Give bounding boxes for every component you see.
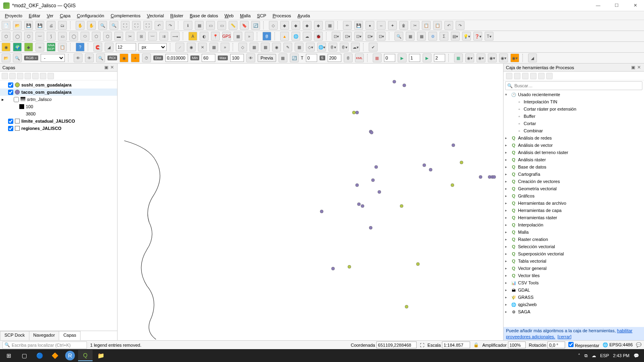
zoom-full-icon[interactable]: ⛶ [121,21,130,30]
map-canvas[interactable] [118,64,503,340]
rot-input[interactable] [547,341,565,348]
map-point-tacos[interactable] [320,210,323,213]
label-icon[interactable]: A [188,32,197,41]
grid-icon[interactable]: ▦ [233,32,242,41]
layer-row[interactable]: sushi_osm_guadalajara [0,81,117,88]
snap-icon[interactable]: ⊡▾ [332,32,341,41]
menu-capa[interactable]: Capa [58,12,73,19]
proc-group[interactable]: ▸QHerramientas de archivo [504,200,644,207]
diagram-icon[interactable]: ◐ [200,32,208,41]
lock-scale-icon[interactable]: 🔒 [473,342,479,348]
proc-edit-icon[interactable] [538,73,545,79]
mag-input[interactable] [508,341,526,348]
vec1-icon[interactable]: ◇ [238,43,247,51]
area-icon[interactable]: ◉ [187,43,196,51]
tab-capas[interactable]: Capas [59,331,80,340]
zoom-in-icon[interactable]: 🔍 [98,21,107,30]
save-edits-icon[interactable]: 💾 [354,21,363,30]
roi-btn-icon[interactable]: ◉ [120,53,128,62]
map-point-tacos[interactable] [393,80,396,83]
map-point-tacos[interactable] [361,204,364,208]
layer-style-icon[interactable] [2,73,8,79]
scale-input[interactable] [442,341,470,348]
proc-history-icon[interactable] [522,73,528,79]
proc-group[interactable]: ▸QMalla [504,228,644,236]
b3-icon[interactable]: ◉▾ [477,53,485,62]
avoid-icon[interactable]: ⊡▾ [365,32,374,41]
text-icon[interactable]: T▾ [485,32,493,41]
map-point-tacos[interactable] [355,183,359,187]
step2-icon[interactable]: ▶ [423,53,431,62]
delete-icon[interactable]: 🗑 [399,21,408,30]
doc-icon[interactable]: 📋 [58,43,67,51]
menu-editar[interactable]: Editar [26,12,43,19]
undo-icon[interactable]: ↶ [444,21,453,30]
zoom-out-icon[interactable]: 🔍 [109,21,118,30]
close-hint-link[interactable]: [cerrar] [557,334,572,339]
qgis-taskbar-icon[interactable]: Q [78,350,93,361]
proc-model-icon[interactable] [506,73,512,79]
proc-group[interactable]: ▸QGráficos [504,192,644,200]
sigma-icon[interactable]: Σ [440,32,448,41]
proc-group[interactable]: ▸QHerramientas de capa [504,207,644,214]
add-feature-icon[interactable]: ● [365,21,374,30]
menu-ayuda[interactable]: Ayuda [295,12,312,19]
map-point-sushi[interactable] [451,183,454,187]
vec8-icon[interactable]: 🌐▾ [317,43,326,51]
rect-icon[interactable]: ▭ [58,32,67,41]
trace-icon[interactable]: ⟿ [171,32,180,41]
proc-script-icon[interactable] [514,73,520,79]
eye-icon[interactable]: 👁 [246,53,255,62]
new-project-icon[interactable]: 📄 [2,21,10,30]
move-feature-icon[interactable]: ↔ [377,21,386,30]
b4-icon[interactable]: ◉▾ [488,53,497,62]
task-view-button[interactable]: ▢ [17,350,31,361]
map-point-sushi[interactable] [400,204,403,208]
menu-procesos[interactable]: Procesos [270,12,293,19]
bug-icon[interactable]: 🐞 [314,32,323,41]
map-point-tacos[interactable] [378,190,381,193]
paste-icon[interactable]: 📋 [433,21,442,30]
copy-icon[interactable]: 📋 [422,21,431,30]
proc-group[interactable]: ▸⚙SAGA [504,308,644,315]
buffer-icon[interactable]: ◉ [2,43,10,51]
open-project-icon[interactable]: 📂 [13,21,22,30]
measure-icon[interactable]: 📏 [229,21,237,30]
proc-algorithm[interactable]: ▫Interpolación TIN [504,98,644,105]
trace-snap-icon[interactable]: ⊡▾ [377,32,386,41]
proc-group[interactable]: ▸QRaster creation [504,236,644,243]
proc-group[interactable]: ▸QBase de datos [504,163,644,171]
map-point-sushi[interactable] [348,265,351,268]
start-button[interactable]: ⊞ [2,350,16,361]
toggle-edit-icon[interactable]: ✏ [343,21,352,30]
messages-icon[interactable]: 💬 [636,342,642,348]
refresh2-icon[interactable]: 🔄 [290,53,299,62]
map-point-tacos[interactable] [370,131,373,134]
decorations-icon[interactable]: ❓▾ [473,32,482,41]
vec6-icon[interactable]: ▦ [295,43,303,51]
proc-recent-group[interactable]: ▾🕐Usado recientemente [504,91,644,98]
open2-icon[interactable]: 📂 [2,53,10,62]
select-icon[interactable]: ▭ [206,21,215,30]
map-point-tacos[interactable] [375,165,378,169]
vertex-tool-icon[interactable]: ✦ [388,21,397,30]
offset-icon[interactable]: ⇉ [159,32,168,41]
grid2-icon[interactable]: ▦ [209,43,218,51]
map-point-sushi[interactable] [405,305,408,309]
circle-icon[interactable]: ◯ [69,32,78,41]
menu-proyecto[interactable]: Proyecto [2,12,25,19]
rgb-select[interactable]: - [41,54,65,62]
layer-add-icon[interactable] [9,73,16,79]
menu-web[interactable]: Web [222,12,236,19]
proc-group[interactable]: ▸QGeometría vectorial [504,185,644,192]
path-icon[interactable]: 〰 [35,32,44,41]
regular-icon[interactable]: ⬡ [103,32,112,41]
proc-close-icon[interactable]: ✕ [636,65,642,70]
map-point-tacos[interactable] [423,164,426,167]
tab-scp-dock[interactable]: SCP Dock [0,331,29,340]
vec4-icon[interactable]: ◉ [272,43,281,51]
map-point-sushi[interactable] [460,161,463,164]
tray-dropbox-icon[interactable]: ⧉ [584,353,588,358]
field-calc-icon[interactable]: ▦ [406,32,415,41]
map-point-sushi[interactable] [352,111,355,114]
